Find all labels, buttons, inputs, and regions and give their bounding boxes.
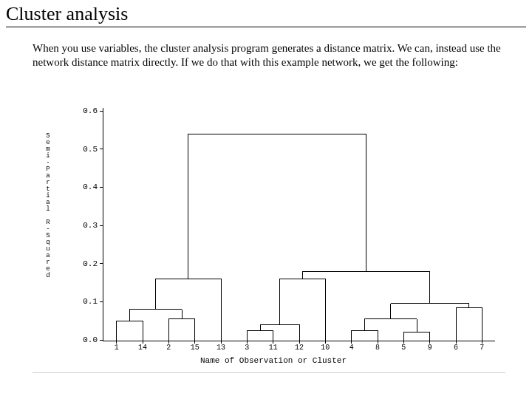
x-tick-label: 7 (480, 344, 484, 352)
x-axis-label: Name of Observation or Cluster (44, 356, 502, 365)
x-tick-label: 1 (115, 344, 119, 352)
y-tick-label: 0.2 (83, 259, 98, 268)
x-tick-label: 3 (245, 344, 249, 352)
x-tick-label: 12 (295, 344, 304, 352)
slide-page: Cluster analysis When you use variables,… (0, 0, 532, 399)
x-tick-label: 10 (321, 344, 330, 352)
x-tick-label: 8 (375, 344, 380, 352)
x-tick-label: 4 (349, 344, 354, 352)
dendrogram-svg (44, 103, 502, 355)
description-paragraph: When you use variables, the cluster anal… (33, 41, 505, 69)
y-tick-label: 0.0 (83, 335, 98, 344)
dendrogram-chart: Semi-Partial R-Squared 0.00.10.20.30.40.… (44, 103, 502, 369)
y-tick-label: 0.5 (83, 145, 98, 154)
x-tick-label: 2 (166, 344, 171, 352)
y-axis-label-char: d (44, 273, 52, 279)
y-axis-label: Semi-Partial R-Squared (44, 133, 52, 279)
y-tick-label: 0.4 (83, 183, 98, 191)
page-title: Cluster analysis (6, 3, 128, 25)
x-tick-label: 13 (216, 344, 225, 352)
y-tick-label: 0.1 (83, 297, 98, 306)
x-tick-label: 14 (138, 344, 147, 352)
bottom-divider (33, 372, 505, 373)
x-tick-label: 9 (428, 344, 432, 352)
x-tick-label: 15 (191, 344, 200, 352)
title-underline (6, 27, 526, 27)
x-tick-label: 11 (269, 344, 278, 352)
y-tick-label: 0.3 (83, 221, 98, 230)
x-tick-label: 5 (401, 344, 406, 352)
x-tick-label: 6 (454, 344, 458, 352)
y-tick-label: 0.6 (83, 106, 98, 115)
